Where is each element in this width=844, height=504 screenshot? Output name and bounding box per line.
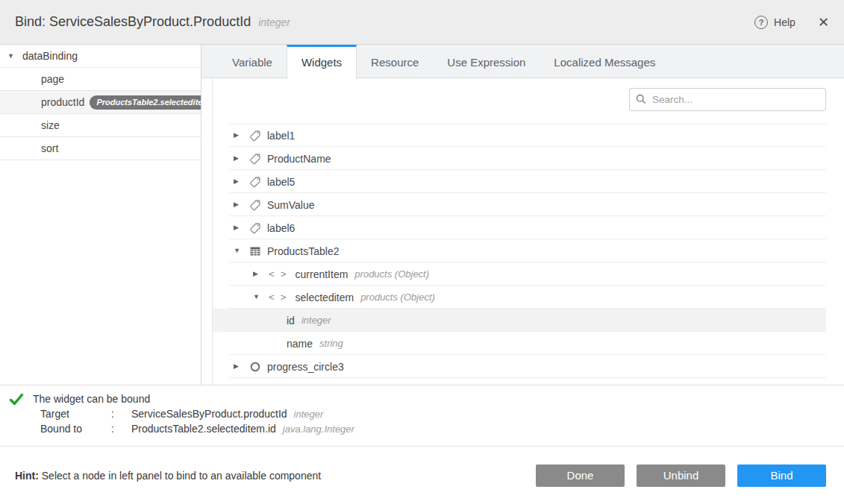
tree-item-label: label6 (267, 222, 295, 234)
tree-item-label1[interactable]: ▶label1 (213, 124, 826, 147)
status-row-type: java.lang.Integer (283, 423, 354, 435)
tab-use-expression[interactable]: Use Expression (433, 45, 540, 78)
tag-icon (249, 222, 261, 234)
chevron-right-icon[interactable]: ▶ (234, 224, 242, 231)
tree-item-label: id (287, 315, 295, 327)
tree-item-selecteditem[interactable]: ▼< >selecteditemproducts (Object) (213, 286, 826, 309)
binding-tree-panel: ▼ dataBinding pageproductIdProductsTable… (0, 45, 201, 385)
tag-icon (249, 130, 261, 142)
tab-localized-messages[interactable]: Localized Messages (540, 45, 669, 78)
status-head: The widget can be bound (9, 391, 844, 406)
hint-body: Select a node in left panel to bind to a… (42, 470, 321, 482)
chevron-right-icon[interactable]: ▶ (234, 132, 242, 139)
chevron-down-icon[interactable]: ▼ (253, 294, 261, 300)
tree-item-label: selecteditem (296, 292, 354, 303)
tree-item-label: ProductsTable2 (267, 245, 340, 257)
search-input[interactable] (629, 88, 826, 111)
tree-item-type: products (Object) (360, 292, 435, 303)
tab-widgets[interactable]: Widgets (287, 45, 357, 79)
widgets-tab-content: ▶label1▶ProductName▶label5▶SumValue▶labe… (201, 78, 844, 385)
chevron-right-icon[interactable]: ▶ (253, 271, 261, 277)
dialog-title-group: Bind: ServiceSalesByProduct.ProductId in… (15, 14, 290, 30)
tree-item-productname[interactable]: ▶ProductName (213, 147, 826, 170)
widgets-tab-inner: ▶label1▶ProductName▶label5▶SumValue▶labe… (212, 78, 844, 385)
status-row-bound-to: Bound to:ProductsTable2.selecteditem.idj… (40, 421, 844, 436)
titlebar-actions: ? Help ✕ (754, 16, 829, 29)
bind-source-panel: VariableWidgetsResourceUse ExpressionLoc… (201, 45, 844, 385)
status-row-type: integer (294, 409, 324, 420)
hint-label: Hint: (15, 470, 39, 482)
status-row-target: Target:ServiceSalesByProduct.productIdin… (40, 406, 844, 421)
tree-node-productid[interactable]: productIdProductsTable2.selecteditem.id (0, 91, 201, 114)
status-row-value: ServiceSalesByProduct.productId (131, 408, 287, 420)
tree-node-label: dataBinding (22, 50, 78, 62)
bind-dialog: Bind: ServiceSalesByProduct.ProductId in… (0, 0, 844, 504)
tree-item-label: SumValue (267, 199, 315, 211)
help-label: Help (774, 16, 795, 28)
status-message: The widget can be bound (33, 393, 150, 405)
search-icon (635, 93, 647, 105)
chevron-down-icon: ▼ (7, 53, 16, 60)
tree-node-label: size (41, 119, 60, 131)
chevron-right-icon[interactable]: ▶ (234, 178, 242, 185)
tree-item-label5[interactable]: ▶label5 (213, 170, 826, 193)
tree-item-label: currentItem (296, 268, 348, 280)
binding-tree-items: pageproductIdProductsTable2.selecteditem… (0, 68, 201, 160)
tree-node-label: productId (41, 96, 84, 108)
tag-icon (249, 153, 261, 165)
dialog-title: Bind: ServiceSalesByProduct.ProductId (15, 14, 251, 30)
tree-node-databinding[interactable]: ▼ dataBinding (0, 45, 201, 68)
tab-resource[interactable]: Resource (357, 45, 433, 78)
tree-node-page[interactable]: page (0, 68, 201, 91)
widgets-tree: ▶label1▶ProductName▶label5▶SumValue▶labe… (213, 124, 826, 378)
search-row (213, 78, 844, 111)
check-icon (9, 393, 24, 406)
dialog-footer: Hint: Select a node in left panel to bin… (0, 447, 844, 504)
tree-item-label: name (287, 338, 313, 350)
tree-item-label: label5 (267, 176, 295, 188)
status-row-label: Target (40, 408, 111, 420)
tree-item-currentitem[interactable]: ▶< >currentItemproducts (Object) (213, 262, 826, 286)
question-circle-icon: ? (754, 16, 768, 29)
status-rows: Target:ServiceSalesByProduct.productIdin… (9, 406, 844, 436)
tree-item-label: progress_circle3 (267, 361, 344, 373)
tree-node-label: sort (41, 142, 58, 154)
tree-item-label: label1 (267, 130, 295, 142)
tree-item-name[interactable]: namestring (213, 332, 826, 355)
dialog-title-type: integer (258, 16, 290, 28)
status-row-separator: : (111, 423, 131, 435)
chevron-right-icon[interactable]: ▶ (234, 201, 242, 208)
tree-item-label6[interactable]: ▶label6 (213, 216, 826, 239)
tree-item-type: string (319, 338, 343, 349)
chevron-right-icon[interactable]: ▶ (234, 155, 242, 162)
tree-item-sumvalue[interactable]: ▶SumValue (213, 193, 826, 216)
bind-button[interactable]: Bind (737, 464, 826, 487)
tab-variable[interactable]: Variable (218, 45, 287, 78)
tree-item-productstable2[interactable]: ▼ProductsTable2 (213, 239, 826, 262)
close-icon[interactable]: ✕ (818, 16, 829, 29)
tree-item-type: integer (301, 315, 331, 326)
dialog-body: ▼ dataBinding pageproductIdProductsTable… (0, 45, 844, 385)
done-button[interactable]: Done (536, 464, 625, 487)
code-brackets-icon: < > (269, 268, 288, 280)
tree-item-label: ProductName (267, 153, 331, 165)
chevron-right-icon[interactable]: ▶ (234, 363, 242, 370)
search-box (629, 88, 826, 111)
progress-circle-icon (249, 361, 261, 373)
tag-icon (249, 176, 261, 188)
help-button[interactable]: ? Help (754, 16, 795, 29)
status-row-separator: : (111, 408, 131, 420)
status-row-label: Bound to (40, 423, 111, 435)
status-panel: The widget can be bound Target:ServiceSa… (0, 385, 844, 447)
chevron-down-icon[interactable]: ▼ (234, 248, 242, 254)
code-brackets-icon: < > (269, 292, 288, 303)
tabbar: VariableWidgetsResourceUse ExpressionLoc… (201, 45, 844, 78)
footer-buttons: DoneUnbindBind (524, 464, 826, 487)
tree-node-sort[interactable]: sort (0, 137, 201, 160)
status-row-value: ProductsTable2.selecteditem.id (131, 423, 276, 435)
tree-item-progress-circle3[interactable]: ▶progress_circle3 (213, 355, 826, 378)
hint-text: Hint: Select a node in left panel to bin… (15, 470, 321, 482)
tree-item-id[interactable]: idinteger (213, 309, 826, 332)
tree-node-size[interactable]: size (0, 114, 201, 137)
unbind-button[interactable]: Unbind (637, 464, 725, 487)
